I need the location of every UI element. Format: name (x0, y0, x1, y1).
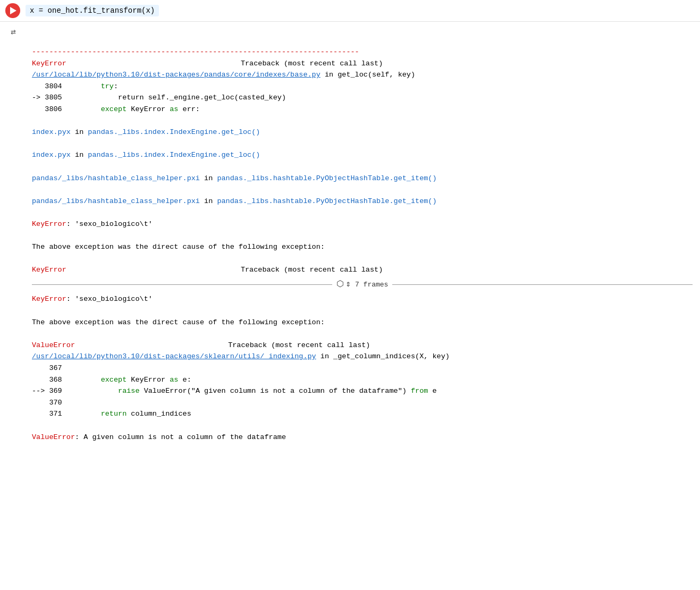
value-error-label: ValueError (32, 433, 75, 441)
index-link-1[interactable]: index.pyx (32, 128, 71, 136)
frames-line-right (392, 284, 693, 285)
traceback-label-1: Traceback (most recent call last) (71, 60, 383, 68)
output-area: ----------------------------------------… (0, 42, 700, 447)
notebook-cell: x = one_hot.fit_transform(x) ⇄ ---------… (0, 0, 700, 447)
key-error-label-2: KeyError (32, 295, 66, 303)
index-in-2: in (75, 151, 88, 159)
line-num-370: 370 (32, 399, 62, 407)
key-error-msg-1: KeyError: 'sexo_biologico\t' (32, 218, 693, 230)
code-line-370: 370 (32, 397, 693, 409)
line-code-371: return column_indices (66, 410, 191, 418)
traceback-label-2: Traceback (most recent call last) (71, 266, 383, 274)
arrow-369: --> 369 (32, 387, 62, 395)
error-type-line-2: KeyError Traceback (most recent call las… (32, 264, 693, 276)
code-line-3804: 3804 try: (32, 81, 693, 92)
code-input[interactable]: x = one_hot.fit_transform(x) (26, 5, 159, 16)
arrow-3805: -> 3805 (32, 94, 62, 102)
index-line-1: index.pyx in pandas._libs.index.IndexEng… (32, 127, 693, 138)
frames-arrows-icon: ⬡ (336, 278, 344, 292)
hashtable-link-1[interactable]: pandas/_libs/hashtable_class_helper.pxi (32, 174, 200, 182)
in-text-1: in (325, 71, 338, 79)
key-error-msg-2: KeyError: 'sexo_biologico\t' (32, 293, 693, 305)
error-type-3: ValueError (32, 341, 75, 349)
code-line-3806: 3806 except KeyError as err: (32, 104, 693, 115)
line-code-368: except KeyError as e: (66, 376, 191, 384)
line-num-3806: 3806 (32, 105, 62, 113)
traceback-label-3: Traceback (most recent call last) (79, 341, 370, 349)
key-error-value-1: : 'sexo_biologico\t' (66, 220, 153, 228)
index-in-1: in (75, 128, 88, 136)
error-type-line: KeyError Traceback (most recent call las… (32, 58, 693, 70)
error-block-3: ValueError Traceback (most recent call l… (32, 340, 693, 420)
value-error-value: : A given column is not a column of the … (75, 433, 286, 441)
line-num-367: 367 (32, 364, 62, 372)
run-button[interactable] (5, 3, 20, 18)
key-error-label-1: KeyError (32, 220, 66, 228)
func-3: _get_column_indices(X, key) (333, 352, 450, 360)
in-text-3: in (321, 352, 333, 360)
frames-control[interactable]: ⬡ ⇕ 7 frames (336, 278, 389, 292)
line-num-368: 368 (32, 376, 62, 384)
separator-line: ----------------------------------------… (32, 46, 693, 58)
value-error-msg: ValueError: A given column is not a colu… (32, 432, 693, 443)
frames-section: ⬡ ⇕ 7 frames (32, 278, 693, 292)
above-exception-1: The above exception was the direct cause… (32, 241, 693, 253)
hashtable-in-2: in (204, 197, 217, 205)
above-exception-2: The above exception was the direct cause… (32, 317, 693, 328)
code-line-369: --> 369 raise ValueError("A given column… (32, 385, 693, 397)
error-type-2: KeyError (32, 266, 66, 274)
key-error-value-2: : 'sexo_biologico\t' (66, 295, 153, 303)
line-num-3804: 3804 (32, 82, 62, 90)
code-line-368: 368 except KeyError as e: (32, 374, 693, 386)
index-link-2[interactable]: index.pyx (32, 151, 71, 159)
line-code-3805: return self._engine.get_loc(casted_key) (66, 94, 286, 102)
file-line-3: /usr/local/lib/python3.10/dist-packages/… (32, 351, 693, 363)
hashtable-link-2[interactable]: pandas/_libs/hashtable_class_helper.pxi (32, 197, 200, 205)
index-line-2: index.pyx in pandas._libs.index.IndexEng… (32, 149, 693, 161)
run-icon (10, 7, 16, 14)
swap-icon[interactable]: ⇄ (7, 26, 19, 38)
line-code-3806: except KeyError as err: (66, 105, 200, 113)
code-line-367: 367 (32, 363, 693, 374)
code-line-3805: -> 3805 return self._engine.get_loc(cast… (32, 92, 693, 104)
frames-line-left (32, 284, 332, 285)
error-type-1: KeyError (32, 60, 66, 68)
hashtable-func-1[interactable]: pandas._libs.hashtable.PyObjectHashTable… (217, 174, 436, 182)
cell-header: x = one_hot.fit_transform(x) (0, 0, 700, 22)
frames-count: ⇕ 7 frames (346, 278, 389, 292)
error-type-line-3: ValueError Traceback (most recent call l… (32, 340, 693, 351)
error-block-2: KeyError Traceback (most recent call las… (32, 264, 693, 276)
index-func-1[interactable]: pandas._libs.index.IndexEngine.get_loc() (88, 128, 260, 136)
error-block-1: KeyError Traceback (most recent call las… (32, 58, 693, 115)
hashtable-func-2[interactable]: pandas._libs.hashtable.PyObjectHashTable… (217, 197, 436, 205)
line-code-3804: try: (66, 82, 118, 90)
line-code-369: raise ValueError("A given column is not … (66, 387, 437, 395)
file-line-1: /usr/local/lib/python3.10/dist-packages/… (32, 69, 693, 81)
file-link-1[interactable]: /usr/local/lib/python3.10/dist-packages/… (32, 71, 321, 79)
func-1: get_loc(self, key) (338, 71, 415, 79)
line-num-371: 371 (32, 410, 62, 418)
hashtable-line-2: pandas/_libs/hashtable_class_helper.pxi … (32, 196, 693, 207)
cell-toolbar: ⇄ (0, 22, 700, 42)
code-line-371: 371 return column_indices (32, 408, 693, 420)
file-link-3[interactable]: /usr/local/lib/python3.10/dist-packages/… (32, 352, 316, 360)
hashtable-in-1: in (204, 174, 217, 182)
index-func-2[interactable]: pandas._libs.index.IndexEngine.get_loc() (88, 151, 260, 159)
hashtable-line-1: pandas/_libs/hashtable_class_helper.pxi … (32, 173, 693, 184)
